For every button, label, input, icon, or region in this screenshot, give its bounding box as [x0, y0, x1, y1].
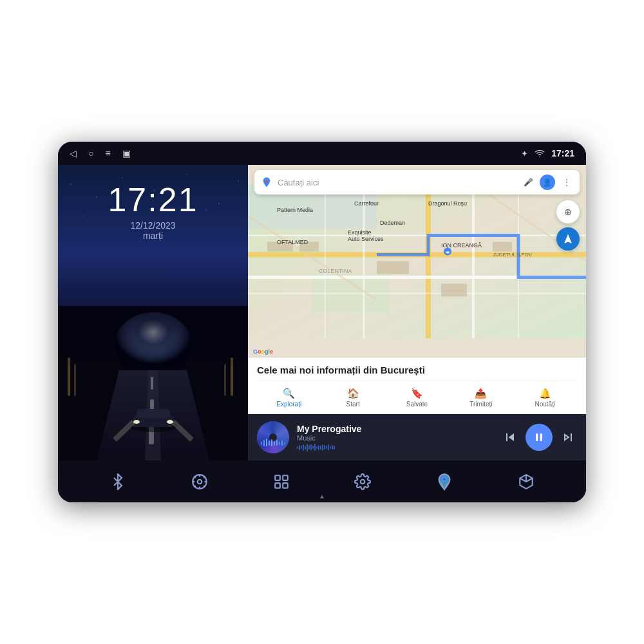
map-layers-button[interactable]: ⊕	[556, 200, 580, 223]
music-player: My Prerogative Music	[248, 414, 586, 460]
nav-apps-button[interactable]	[266, 466, 297, 497]
screenshot-icon[interactable]: ▣	[122, 148, 131, 158]
nav-cube-button[interactable]	[511, 466, 542, 497]
svg-rect-38	[493, 242, 512, 252]
music-info: My Prerogative Music	[297, 424, 493, 451]
svg-rect-44	[263, 440, 265, 446]
clock-time: 17:21	[108, 183, 198, 216]
bottom-nav: ▲	[58, 460, 586, 502]
svg-rect-48	[274, 441, 275, 446]
map-label-dragonul-rosu: Dragonul Roșu	[428, 200, 467, 207]
saved-icon: 🔖	[411, 388, 423, 399]
music-waveform	[297, 444, 493, 451]
map-label-colentina: COLENTINA	[319, 268, 352, 274]
map-tab-trimiteți[interactable]: 📤 Trimiteți	[449, 386, 513, 409]
map-label-exquisite: ExquisiteAuto Services	[348, 229, 384, 242]
right-panel: Pattern Media Carrefour Dragonul Roșu De…	[248, 165, 586, 460]
svg-point-2	[115, 312, 192, 377]
google-maps-pin-icon	[261, 176, 272, 188]
up-arrow-icon[interactable]: ▲	[319, 493, 325, 500]
status-bar-left: ◁ ○ ≡ ▣	[70, 148, 131, 158]
music-prev-button[interactable]	[501, 428, 519, 446]
map-tab-label-1: Start	[346, 401, 360, 408]
map-tab-label-2: Salvate	[406, 401, 428, 408]
back-icon[interactable]: ◁	[70, 148, 77, 158]
status-time: 17:21	[551, 148, 574, 158]
svg-rect-52	[284, 442, 285, 445]
map-info-title: Cele mai noi informații din București	[257, 365, 577, 375]
map-search-placeholder[interactable]: Căutați aici	[278, 178, 516, 187]
map-label-judet-ilfov: JUDEȚUL ILFOV	[493, 252, 532, 258]
start-icon: 🏠	[347, 388, 359, 399]
map-tab-salvate[interactable]: 🔖 Salvate	[385, 386, 449, 409]
svg-rect-15	[68, 357, 70, 396]
map-tab-label-4: Noutăți	[535, 401, 555, 408]
clock-display: 17:21 12/12/2023 marți	[108, 183, 198, 241]
svg-point-67	[361, 479, 365, 484]
svg-rect-17	[231, 357, 233, 396]
nav-bluetooth-button[interactable]	[102, 466, 133, 497]
clock-day: marți	[108, 231, 198, 241]
map-navigate-button[interactable]	[556, 227, 580, 251]
nav-maps-button[interactable]	[429, 466, 460, 497]
music-subtitle: Music	[297, 434, 493, 442]
map-info-panel: Cele mai noi informații din București 🔍 …	[248, 357, 586, 414]
nav-settings-button[interactable]	[347, 466, 378, 497]
status-bar: ◁ ○ ≡ ▣ ✦ 17:21	[58, 142, 586, 165]
explore-icon: 🔍	[283, 388, 295, 399]
wifi-icon	[535, 148, 545, 159]
svg-rect-10	[137, 409, 170, 418]
car-tunnel-image	[58, 306, 248, 460]
user-avatar-icon[interactable]: 👤	[540, 175, 555, 190]
map-tab-start[interactable]: 🏠 Start	[321, 386, 384, 409]
map-label-pattern-media: Pattern Media	[277, 207, 313, 213]
svg-rect-63	[275, 475, 280, 480]
clock-date: 12/12/2023	[108, 220, 198, 231]
svg-rect-65	[275, 483, 280, 488]
dots-menu-icon[interactable]: ⋮	[560, 176, 573, 189]
main-content: 17:21 12/12/2023 marți	[58, 165, 586, 460]
svg-line-70	[526, 478, 533, 481]
svg-rect-50	[279, 442, 280, 445]
map-tab-noutăți[interactable]: 🔔 Noutăți	[513, 386, 577, 409]
svg-point-54	[198, 479, 202, 484]
map-tab-explorați[interactable]: 🔍 Explorați	[257, 386, 321, 409]
google-logo: Google	[253, 348, 273, 355]
bluetooth-status-icon: ✦	[521, 149, 528, 158]
svg-rect-46	[269, 440, 270, 446]
map-container[interactable]: Pattern Media Carrefour Dragonul Roșu De…	[248, 165, 586, 357]
map-tab-label-0: Explorați	[276, 401, 301, 408]
map-label-carrefour: Carrefour	[354, 200, 379, 207]
svg-rect-16	[74, 364, 76, 396]
microphone-icon[interactable]: 🎤	[522, 176, 535, 189]
menu-icon[interactable]: ≡	[105, 148, 110, 158]
svg-rect-64	[283, 475, 288, 480]
music-title: My Prerogative	[297, 424, 493, 434]
news-icon: 🔔	[539, 388, 551, 399]
share-icon: 📤	[475, 388, 487, 399]
map-label-dedeman: Dedeman	[380, 220, 405, 226]
left-panel: 17:21 12/12/2023 marți	[58, 165, 248, 460]
svg-rect-36	[377, 261, 409, 274]
music-controls	[501, 424, 577, 451]
map-nav-buttons: ⊕	[556, 200, 580, 251]
svg-point-0	[540, 156, 540, 157]
svg-rect-18	[224, 364, 226, 396]
map-search-actions: 🎤 👤 ⋮	[522, 175, 573, 190]
svg-rect-43	[261, 442, 262, 445]
circle-icon[interactable]: ○	[88, 148, 93, 158]
svg-rect-45	[266, 439, 267, 446]
svg-rect-66	[283, 483, 288, 488]
music-play-pause-button[interactable]	[526, 424, 553, 451]
nav-radio-button[interactable]	[184, 466, 215, 497]
svg-rect-51	[281, 440, 283, 446]
car-infotainment-device: ◁ ○ ≡ ▣ ✦ 17:21 17:21 12/12/2023 marți	[58, 142, 586, 502]
map-tabs: 🔍 Explorați 🏠 Start 🔖 Salvate 📤 Trimiteț…	[257, 381, 577, 409]
svg-rect-5	[151, 377, 153, 390]
map-search-bar[interactable]: Căutați aici 🎤 👤 ⋮	[254, 170, 580, 194]
status-bar-right: ✦ 17:21	[521, 148, 574, 159]
map-tab-label-3: Trimiteți	[469, 401, 492, 408]
music-next-button[interactable]	[559, 428, 577, 446]
music-album-art	[257, 421, 289, 453]
map-label-oftalmed: OFTALMED	[277, 239, 308, 245]
